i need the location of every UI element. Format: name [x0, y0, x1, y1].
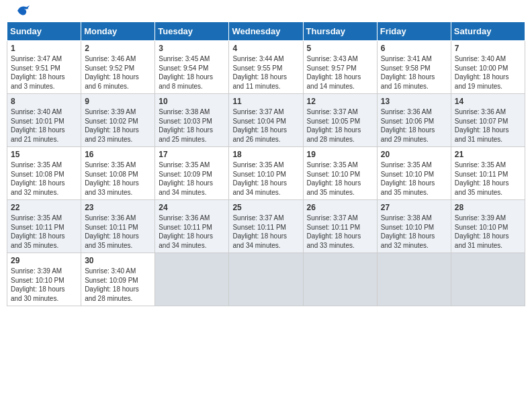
day-number: 22	[11, 203, 77, 212]
day-header-wednesday: Wednesday	[229, 22, 303, 41]
calendar-cell: 7Sunrise: 3:40 AMSunset: 10:00 PMDayligh…	[451, 41, 525, 94]
day-info: Sunrise: 3:35 AMSunset: 10:10 PMDaylight…	[381, 161, 447, 197]
day-number: 8	[11, 97, 77, 106]
day-info: Sunrise: 3:40 AMSunset: 10:00 PMDaylight…	[455, 54, 521, 91]
calendar-cell	[155, 253, 229, 306]
day-number: 5	[307, 44, 373, 53]
day-info: Sunrise: 3:41 AMSunset: 9:58 PMDaylight:…	[381, 54, 447, 91]
calendar-cell: 18Sunrise: 3:35 AMSunset: 10:10 PMDaylig…	[229, 147, 303, 200]
calendar-cell	[303, 253, 377, 306]
day-info: Sunrise: 3:35 AMSunset: 10:10 PMDaylight…	[307, 161, 373, 197]
day-number: 1	[11, 44, 77, 53]
day-number: 24	[159, 203, 225, 212]
day-header-thursday: Thursday	[303, 22, 377, 41]
calendar-cell	[229, 253, 303, 306]
day-number: 9	[85, 97, 151, 106]
header	[7, 7, 525, 17]
calendar-cell: 6Sunrise: 3:41 AMSunset: 9:58 PMDaylight…	[377, 41, 451, 94]
calendar-cell: 3Sunrise: 3:45 AMSunset: 9:54 PMDaylight…	[155, 41, 229, 94]
day-info: Sunrise: 3:40 AMSunset: 10:01 PMDaylight…	[11, 107, 77, 144]
calendar-cell: 16Sunrise: 3:35 AMSunset: 10:08 PMDaylig…	[81, 147, 155, 200]
day-info: Sunrise: 3:45 AMSunset: 9:54 PMDaylight:…	[159, 54, 225, 91]
day-number: 21	[455, 150, 521, 159]
calendar-cell	[377, 253, 451, 306]
day-info: Sunrise: 3:36 AMSunset: 10:07 PMDaylight…	[455, 107, 521, 144]
day-info: Sunrise: 3:37 AMSunset: 10:11 PMDaylight…	[232, 214, 299, 250]
day-number: 28	[455, 203, 521, 212]
day-number: 12	[307, 97, 373, 106]
calendar-cell: 12Sunrise: 3:37 AMSunset: 10:05 PMDaylig…	[303, 94, 377, 147]
day-info: Sunrise: 3:40 AMSunset: 10:09 PMDaylight…	[85, 267, 151, 303]
calendar-cell: 25Sunrise: 3:37 AMSunset: 10:11 PMDaylig…	[229, 200, 303, 253]
calendar-cell	[451, 253, 525, 306]
day-number: 15	[11, 150, 77, 159]
day-info: Sunrise: 3:37 AMSunset: 10:04 PMDaylight…	[232, 107, 299, 144]
calendar-cell: 15Sunrise: 3:35 AMSunset: 10:08 PMDaylig…	[7, 147, 81, 200]
day-number: 30	[85, 256, 151, 265]
day-header-saturday: Saturday	[451, 22, 525, 41]
calendar-cell: 23Sunrise: 3:36 AMSunset: 10:11 PMDaylig…	[81, 200, 155, 253]
calendar-cell: 9Sunrise: 3:39 AMSunset: 10:02 PMDayligh…	[81, 94, 155, 147]
calendar-cell: 27Sunrise: 3:38 AMSunset: 10:10 PMDaylig…	[377, 200, 451, 253]
calendar-cell: 21Sunrise: 3:35 AMSunset: 10:11 PMDaylig…	[451, 147, 525, 200]
day-number: 26	[307, 203, 373, 212]
calendar-week-3: 15Sunrise: 3:35 AMSunset: 10:08 PMDaylig…	[7, 147, 525, 200]
calendar-week-4: 22Sunrise: 3:35 AMSunset: 10:11 PMDaylig…	[7, 200, 525, 253]
day-number: 16	[85, 150, 151, 159]
day-number: 11	[232, 97, 299, 106]
day-info: Sunrise: 3:47 AMSunset: 9:51 PMDaylight:…	[11, 54, 77, 91]
day-number: 7	[455, 44, 521, 53]
calendar-cell: 14Sunrise: 3:36 AMSunset: 10:07 PMDaylig…	[451, 94, 525, 147]
calendar-cell: 19Sunrise: 3:35 AMSunset: 10:10 PMDaylig…	[303, 147, 377, 200]
calendar-cell: 30Sunrise: 3:40 AMSunset: 10:09 PMDaylig…	[81, 253, 155, 306]
calendar-cell: 29Sunrise: 3:39 AMSunset: 10:10 PMDaylig…	[7, 253, 81, 306]
day-number: 6	[381, 44, 447, 53]
calendar-week-5: 29Sunrise: 3:39 AMSunset: 10:10 PMDaylig…	[7, 253, 525, 306]
day-number: 3	[159, 44, 225, 53]
day-number: 17	[159, 150, 225, 159]
day-info: Sunrise: 3:35 AMSunset: 10:11 PMDaylight…	[11, 214, 77, 250]
day-info: Sunrise: 3:35 AMSunset: 10:08 PMDaylight…	[11, 161, 77, 197]
calendar-cell: 13Sunrise: 3:36 AMSunset: 10:06 PMDaylig…	[377, 94, 451, 147]
calendar-cell: 17Sunrise: 3:35 AMSunset: 10:09 PMDaylig…	[155, 147, 229, 200]
calendar: SundayMondayTuesdayWednesdayThursdayFrid…	[7, 21, 525, 306]
day-info: Sunrise: 3:37 AMSunset: 10:05 PMDaylight…	[307, 107, 373, 144]
bird-icon	[15, 4, 30, 17]
day-info: Sunrise: 3:36 AMSunset: 10:06 PMDaylight…	[381, 107, 447, 144]
logo	[12, 7, 30, 17]
calendar-week-2: 8Sunrise: 3:40 AMSunset: 10:01 PMDayligh…	[7, 94, 525, 147]
day-info: Sunrise: 3:39 AMSunset: 10:10 PMDaylight…	[455, 214, 521, 250]
day-number: 19	[307, 150, 373, 159]
day-number: 18	[232, 150, 299, 159]
day-header-tuesday: Tuesday	[155, 22, 229, 41]
day-info: Sunrise: 3:39 AMSunset: 10:10 PMDaylight…	[11, 267, 77, 303]
calendar-cell: 4Sunrise: 3:44 AMSunset: 9:55 PMDaylight…	[229, 41, 303, 94]
day-number: 2	[85, 44, 151, 53]
calendar-cell: 28Sunrise: 3:39 AMSunset: 10:10 PMDaylig…	[451, 200, 525, 253]
day-info: Sunrise: 3:36 AMSunset: 10:11 PMDaylight…	[85, 214, 151, 250]
day-info: Sunrise: 3:46 AMSunset: 9:52 PMDaylight:…	[85, 54, 151, 91]
calendar-body: 1Sunrise: 3:47 AMSunset: 9:51 PMDaylight…	[7, 41, 525, 306]
day-info: Sunrise: 3:38 AMSunset: 10:03 PMDaylight…	[159, 107, 225, 144]
calendar-cell: 5Sunrise: 3:43 AMSunset: 9:57 PMDaylight…	[303, 41, 377, 94]
day-number: 14	[455, 97, 521, 106]
day-number: 23	[85, 203, 151, 212]
day-number: 13	[381, 97, 447, 106]
calendar-week-1: 1Sunrise: 3:47 AMSunset: 9:51 PMDaylight…	[7, 41, 525, 94]
day-number: 29	[11, 256, 77, 265]
day-header-sunday: Sunday	[7, 22, 81, 41]
calendar-cell: 11Sunrise: 3:37 AMSunset: 10:04 PMDaylig…	[229, 94, 303, 147]
calendar-cell: 22Sunrise: 3:35 AMSunset: 10:11 PMDaylig…	[7, 200, 81, 253]
day-header-monday: Monday	[81, 22, 155, 41]
calendar-cell: 10Sunrise: 3:38 AMSunset: 10:03 PMDaylig…	[155, 94, 229, 147]
calendar-cell: 24Sunrise: 3:36 AMSunset: 10:11 PMDaylig…	[155, 200, 229, 253]
day-header-friday: Friday	[377, 22, 451, 41]
calendar-header-row: SundayMondayTuesdayWednesdayThursdayFrid…	[7, 22, 525, 41]
calendar-cell: 26Sunrise: 3:37 AMSunset: 10:11 PMDaylig…	[303, 200, 377, 253]
calendar-cell: 1Sunrise: 3:47 AMSunset: 9:51 PMDaylight…	[7, 41, 81, 94]
day-info: Sunrise: 3:35 AMSunset: 10:10 PMDaylight…	[232, 161, 299, 197]
day-number: 25	[232, 203, 299, 212]
calendar-cell: 2Sunrise: 3:46 AMSunset: 9:52 PMDaylight…	[81, 41, 155, 94]
day-info: Sunrise: 3:35 AMSunset: 10:09 PMDaylight…	[159, 161, 225, 197]
day-number: 10	[159, 97, 225, 106]
